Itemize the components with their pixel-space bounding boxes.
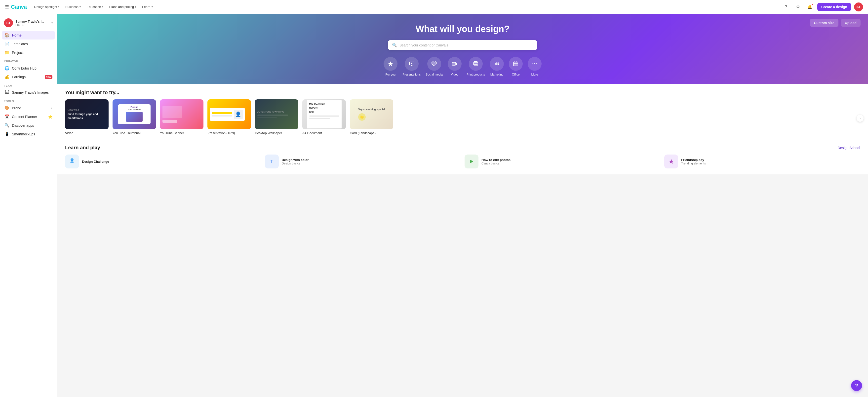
- nav-link-design-spotlight[interactable]: Design spotlight ▾: [32, 3, 62, 10]
- nav-logo-group: ☰ Canva: [5, 4, 27, 10]
- templates-icon: 📄: [4, 41, 9, 46]
- creator-nav: 🌐 Contributor Hub 💰 Earnings NEW: [0, 64, 57, 81]
- upload-button[interactable]: Upload: [841, 19, 861, 27]
- main-content: You might want to try... Clear your mind…: [57, 84, 868, 174]
- quick-icon-social-media[interactable]: Social media: [426, 57, 443, 76]
- user-avatar[interactable]: ST: [854, 2, 863, 11]
- chevron-down-icon: ▾: [52, 21, 53, 25]
- svg-marker-16: [470, 160, 473, 163]
- nav-link-business[interactable]: Business ▾: [63, 3, 83, 10]
- creator-section-title: Creator: [0, 57, 57, 64]
- next-arrow-button[interactable]: ›: [857, 115, 864, 122]
- custom-size-button[interactable]: Custom size: [810, 19, 838, 27]
- learn-grid: Design Challenge T Design with color Des…: [65, 155, 860, 169]
- sidebar-account[interactable]: ST Sammy Travis's I... Pro • 1 ▾: [0, 16, 57, 31]
- quick-icon-office[interactable]: Office: [509, 57, 523, 76]
- try-section: You might want to try... Clear your mind…: [65, 90, 860, 137]
- sidebar-item-discover-apps[interactable]: 🔍 Discover apps: [2, 121, 55, 130]
- design-card-yt-banner[interactable]: YouTube Banner: [160, 99, 204, 135]
- sidebar-item-home[interactable]: 🏠 Home: [2, 31, 55, 39]
- quick-icon-for-you[interactable]: For you: [383, 57, 398, 76]
- chevron-down-icon: ▾: [58, 5, 59, 8]
- learn-card-title: Friendship day: [681, 158, 706, 162]
- nav-link-plans[interactable]: Plans and pricing ▾: [107, 3, 139, 10]
- hero-section: Custom size Upload What will you design?…: [57, 14, 868, 84]
- design-card-presentation[interactable]: 👤 Presentation (16:9): [208, 99, 251, 135]
- quick-icon-label: Print products: [467, 73, 485, 76]
- settings-icon-button[interactable]: ⚙: [794, 2, 802, 11]
- quick-icon-marketing[interactable]: Marketing: [490, 57, 504, 76]
- design-challenge-icon: [65, 155, 79, 169]
- learn-card-title: How to edit photos: [482, 158, 510, 162]
- quick-icon-presentations[interactable]: Presentations: [402, 57, 421, 76]
- quick-icon-label: Social media: [426, 73, 443, 76]
- team-images-icon: 🖼: [4, 90, 9, 95]
- design-card-a4[interactable]: MID-QUARTER REPORT (Q2) A4 Document: [302, 99, 346, 135]
- create-design-button[interactable]: Create a design: [817, 3, 851, 11]
- try-cards-wrapper: Clear your mind through yoga and meditat…: [65, 99, 860, 137]
- design-card-label: Card (Landscape): [350, 131, 393, 135]
- nav-right: ? ⚙ 🔔 Create a design ST: [781, 2, 863, 11]
- chevron-down-icon: ▾: [152, 5, 153, 8]
- hero-search-bar[interactable]: 🔍: [388, 40, 537, 50]
- learn-card-edit-photos[interactable]: How to edit photos Canva basics: [465, 155, 660, 169]
- chevron-down-icon: ▾: [102, 5, 103, 8]
- canva-logo[interactable]: Canva: [11, 4, 27, 10]
- search-icon: 🔍: [392, 43, 397, 48]
- svg-rect-8: [474, 64, 477, 66]
- learn-card-design-color[interactable]: T Design with color Design basics: [265, 155, 461, 169]
- hero-action-buttons: Custom size Upload: [810, 19, 861, 27]
- notification-icon-button[interactable]: 🔔: [805, 2, 814, 11]
- design-color-icon: T: [265, 155, 279, 169]
- help-button[interactable]: ?: [851, 380, 862, 391]
- design-card-label: Presentation (16:9): [208, 131, 251, 135]
- learn-card-friendship-day[interactable]: Friendship day Trending elements: [664, 155, 860, 169]
- svg-point-9: [477, 63, 477, 64]
- quick-icon-video[interactable]: Video: [448, 57, 462, 76]
- sidebar-item-smartmockups[interactable]: 📱 Smartmockups: [2, 130, 55, 139]
- nav-link-learn[interactable]: Learn ▾: [140, 3, 155, 10]
- search-input[interactable]: [400, 43, 533, 47]
- quick-icon-more[interactable]: More: [528, 57, 541, 76]
- team-nav: 🖼 Sammy Travis's Images: [0, 88, 57, 97]
- learn-section: Learn and play Design School Design Chal…: [65, 145, 860, 169]
- design-card-card-landscape[interactable]: Say something special 🌟 Card (Landscape): [350, 99, 393, 135]
- design-school-link[interactable]: Design School: [838, 146, 860, 150]
- learn-card-sub: Canva basics: [482, 162, 510, 165]
- try-section-title: You might want to try...: [65, 90, 860, 95]
- hamburger-icon[interactable]: ☰: [5, 4, 9, 10]
- discover-apps-icon: 🔍: [4, 123, 9, 128]
- design-card-wallpaper[interactable]: ADVENTURE IS WAITING Desktop Wallpaper: [255, 99, 298, 135]
- quick-icon-print-products[interactable]: Print products: [467, 57, 485, 76]
- quick-icons-row: For you Presentations Social media: [62, 57, 863, 76]
- svg-point-13: [536, 63, 537, 64]
- sidebar-item-earnings[interactable]: 💰 Earnings NEW: [2, 72, 55, 81]
- sidebar-item-contributor-hub[interactable]: 🌐 Contributor Hub: [2, 64, 55, 72]
- sidebar-item-content-planner[interactable]: 📅 Content Planner ⭐: [2, 112, 55, 121]
- main-layout: ST Sammy Travis's I... Pro • 1 ▾ 🏠 Home …: [0, 14, 868, 397]
- earnings-icon: 💰: [4, 74, 9, 79]
- svg-point-1: [411, 63, 412, 64]
- nav-link-education[interactable]: Education ▾: [84, 3, 106, 10]
- quick-icon-label: More: [531, 73, 538, 76]
- quick-icon-label: For you: [385, 73, 396, 76]
- design-card-yt-thumbnail[interactable]: Pursue Your Dreams YouTube Thumbnail: [113, 99, 156, 135]
- design-card-label: YouTube Thumbnail: [113, 131, 156, 135]
- sidebar: ST Sammy Travis's I... Pro • 1 ▾ 🏠 Home …: [0, 14, 57, 397]
- sidebar-nav: 🏠 Home 📄 Templates 📁 Projects: [0, 31, 57, 57]
- quick-icon-label: Video: [451, 73, 458, 76]
- design-card-label: A4 Document: [302, 131, 346, 135]
- sidebar-item-brand[interactable]: 🎨 Brand ▸: [2, 103, 55, 112]
- learn-card-design-challenge[interactable]: Design Challenge: [65, 155, 261, 169]
- try-card-grid: Clear your mind through yoga and meditat…: [65, 99, 860, 137]
- svg-point-14: [70, 158, 73, 161]
- brand-icon: 🎨: [4, 105, 9, 110]
- content-planner-icon: 📅: [4, 114, 9, 119]
- star-badge: ⭐: [48, 115, 53, 119]
- sidebar-item-projects[interactable]: 📁 Projects: [2, 48, 55, 57]
- help-icon-button[interactable]: ?: [781, 2, 790, 11]
- sidebar-item-templates[interactable]: 📄 Templates: [2, 39, 55, 48]
- sidebar-item-team-images[interactable]: 🖼 Sammy Travis's Images: [2, 88, 55, 97]
- quick-icon-label: Marketing: [490, 73, 503, 76]
- design-card-video[interactable]: Clear your mind through yoga and meditat…: [65, 99, 108, 135]
